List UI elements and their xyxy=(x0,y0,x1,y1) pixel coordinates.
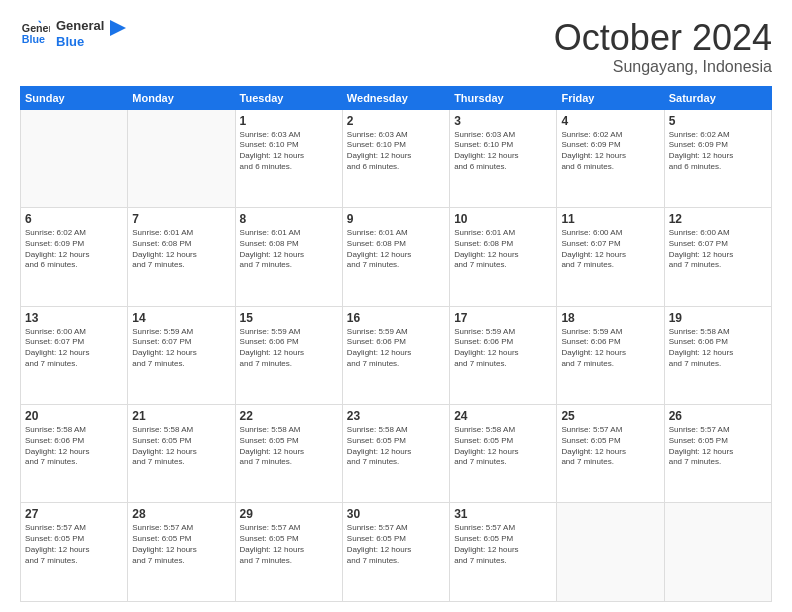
day-number: 12 xyxy=(669,212,767,226)
page: General Blue General Blue October 2024 S… xyxy=(0,0,792,612)
table-row: 31Sunrise: 5:57 AMSunset: 6:05 PMDayligh… xyxy=(450,503,557,602)
day-number: 15 xyxy=(240,311,338,325)
day-info: Sunrise: 5:59 AMSunset: 6:06 PMDaylight:… xyxy=(561,327,659,370)
day-info: Sunrise: 6:03 AMSunset: 6:10 PMDaylight:… xyxy=(240,130,338,173)
day-number: 28 xyxy=(132,507,230,521)
day-info: Sunrise: 6:00 AMSunset: 6:07 PMDaylight:… xyxy=(669,228,767,271)
table-row: 28Sunrise: 5:57 AMSunset: 6:05 PMDayligh… xyxy=(128,503,235,602)
table-row: 7Sunrise: 6:01 AMSunset: 6:08 PMDaylight… xyxy=(128,208,235,306)
calendar-week-row: 27Sunrise: 5:57 AMSunset: 6:05 PMDayligh… xyxy=(21,503,772,602)
table-row xyxy=(557,503,664,602)
day-info: Sunrise: 6:01 AMSunset: 6:08 PMDaylight:… xyxy=(240,228,338,271)
header-monday: Monday xyxy=(128,86,235,109)
table-row: 13Sunrise: 6:00 AMSunset: 6:07 PMDayligh… xyxy=(21,306,128,404)
day-number: 14 xyxy=(132,311,230,325)
day-number: 30 xyxy=(347,507,445,521)
calendar-week-row: 6Sunrise: 6:02 AMSunset: 6:09 PMDaylight… xyxy=(21,208,772,306)
table-row: 10Sunrise: 6:01 AMSunset: 6:08 PMDayligh… xyxy=(450,208,557,306)
table-row: 20Sunrise: 5:58 AMSunset: 6:06 PMDayligh… xyxy=(21,405,128,503)
header-thursday: Thursday xyxy=(450,86,557,109)
day-number: 23 xyxy=(347,409,445,423)
day-number: 1 xyxy=(240,114,338,128)
day-number: 2 xyxy=(347,114,445,128)
day-info: Sunrise: 5:58 AMSunset: 6:06 PMDaylight:… xyxy=(669,327,767,370)
svg-marker-3 xyxy=(110,20,126,36)
day-info: Sunrise: 6:02 AMSunset: 6:09 PMDaylight:… xyxy=(669,130,767,173)
day-info: Sunrise: 6:00 AMSunset: 6:07 PMDaylight:… xyxy=(25,327,123,370)
table-row xyxy=(21,109,128,207)
day-number: 18 xyxy=(561,311,659,325)
table-row: 21Sunrise: 5:58 AMSunset: 6:05 PMDayligh… xyxy=(128,405,235,503)
day-number: 17 xyxy=(454,311,552,325)
logo-line1: General xyxy=(56,18,104,34)
logo-line2: Blue xyxy=(56,34,104,50)
header: General Blue General Blue October 2024 S… xyxy=(20,18,772,76)
day-number: 11 xyxy=(561,212,659,226)
table-row: 1Sunrise: 6:03 AMSunset: 6:10 PMDaylight… xyxy=(235,109,342,207)
day-number: 4 xyxy=(561,114,659,128)
day-info: Sunrise: 5:58 AMSunset: 6:05 PMDaylight:… xyxy=(347,425,445,468)
day-info: Sunrise: 6:03 AMSunset: 6:10 PMDaylight:… xyxy=(454,130,552,173)
day-number: 24 xyxy=(454,409,552,423)
svg-text:Blue: Blue xyxy=(22,33,45,45)
day-number: 7 xyxy=(132,212,230,226)
table-row: 24Sunrise: 5:58 AMSunset: 6:05 PMDayligh… xyxy=(450,405,557,503)
day-info: Sunrise: 6:03 AMSunset: 6:10 PMDaylight:… xyxy=(347,130,445,173)
day-number: 9 xyxy=(347,212,445,226)
table-row: 8Sunrise: 6:01 AMSunset: 6:08 PMDaylight… xyxy=(235,208,342,306)
day-number: 16 xyxy=(347,311,445,325)
table-row: 19Sunrise: 5:58 AMSunset: 6:06 PMDayligh… xyxy=(664,306,771,404)
day-info: Sunrise: 5:58 AMSunset: 6:06 PMDaylight:… xyxy=(25,425,123,468)
table-row: 27Sunrise: 5:57 AMSunset: 6:05 PMDayligh… xyxy=(21,503,128,602)
table-row: 9Sunrise: 6:01 AMSunset: 6:08 PMDaylight… xyxy=(342,208,449,306)
table-row: 25Sunrise: 5:57 AMSunset: 6:05 PMDayligh… xyxy=(557,405,664,503)
day-info: Sunrise: 6:00 AMSunset: 6:07 PMDaylight:… xyxy=(561,228,659,271)
day-info: Sunrise: 5:59 AMSunset: 6:06 PMDaylight:… xyxy=(347,327,445,370)
logo-arrow-icon xyxy=(110,20,126,40)
day-info: Sunrise: 5:57 AMSunset: 6:05 PMDaylight:… xyxy=(240,523,338,566)
table-row: 17Sunrise: 5:59 AMSunset: 6:06 PMDayligh… xyxy=(450,306,557,404)
day-info: Sunrise: 6:02 AMSunset: 6:09 PMDaylight:… xyxy=(561,130,659,173)
table-row: 2Sunrise: 6:03 AMSunset: 6:10 PMDaylight… xyxy=(342,109,449,207)
month-title: October 2024 xyxy=(554,18,772,58)
day-info: Sunrise: 6:01 AMSunset: 6:08 PMDaylight:… xyxy=(132,228,230,271)
day-info: Sunrise: 5:57 AMSunset: 6:05 PMDaylight:… xyxy=(561,425,659,468)
table-row xyxy=(128,109,235,207)
day-number: 13 xyxy=(25,311,123,325)
table-row: 5Sunrise: 6:02 AMSunset: 6:09 PMDaylight… xyxy=(664,109,771,207)
calendar-week-row: 13Sunrise: 6:00 AMSunset: 6:07 PMDayligh… xyxy=(21,306,772,404)
table-row: 4Sunrise: 6:02 AMSunset: 6:09 PMDaylight… xyxy=(557,109,664,207)
table-row: 18Sunrise: 5:59 AMSunset: 6:06 PMDayligh… xyxy=(557,306,664,404)
day-info: Sunrise: 5:58 AMSunset: 6:05 PMDaylight:… xyxy=(132,425,230,468)
day-info: Sunrise: 5:59 AMSunset: 6:06 PMDaylight:… xyxy=(240,327,338,370)
day-info: Sunrise: 5:57 AMSunset: 6:05 PMDaylight:… xyxy=(132,523,230,566)
table-row: 11Sunrise: 6:00 AMSunset: 6:07 PMDayligh… xyxy=(557,208,664,306)
day-number: 27 xyxy=(25,507,123,521)
header-sunday: Sunday xyxy=(21,86,128,109)
day-number: 20 xyxy=(25,409,123,423)
day-info: Sunrise: 5:59 AMSunset: 6:07 PMDaylight:… xyxy=(132,327,230,370)
calendar-table: Sunday Monday Tuesday Wednesday Thursday… xyxy=(20,86,772,602)
day-number: 25 xyxy=(561,409,659,423)
day-number: 3 xyxy=(454,114,552,128)
day-number: 8 xyxy=(240,212,338,226)
day-info: Sunrise: 6:02 AMSunset: 6:09 PMDaylight:… xyxy=(25,228,123,271)
table-row: 30Sunrise: 5:57 AMSunset: 6:05 PMDayligh… xyxy=(342,503,449,602)
title-block: October 2024 Sungayang, Indonesia xyxy=(554,18,772,76)
table-row: 23Sunrise: 5:58 AMSunset: 6:05 PMDayligh… xyxy=(342,405,449,503)
calendar-week-row: 1Sunrise: 6:03 AMSunset: 6:10 PMDaylight… xyxy=(21,109,772,207)
table-row: 14Sunrise: 5:59 AMSunset: 6:07 PMDayligh… xyxy=(128,306,235,404)
logo: General Blue General Blue xyxy=(20,18,126,49)
day-number: 29 xyxy=(240,507,338,521)
day-number: 26 xyxy=(669,409,767,423)
header-saturday: Saturday xyxy=(664,86,771,109)
day-info: Sunrise: 5:57 AMSunset: 6:05 PMDaylight:… xyxy=(669,425,767,468)
day-info: Sunrise: 5:59 AMSunset: 6:06 PMDaylight:… xyxy=(454,327,552,370)
day-info: Sunrise: 5:57 AMSunset: 6:05 PMDaylight:… xyxy=(454,523,552,566)
table-row: 12Sunrise: 6:00 AMSunset: 6:07 PMDayligh… xyxy=(664,208,771,306)
day-number: 10 xyxy=(454,212,552,226)
day-number: 21 xyxy=(132,409,230,423)
table-row: 3Sunrise: 6:03 AMSunset: 6:10 PMDaylight… xyxy=(450,109,557,207)
day-info: Sunrise: 5:58 AMSunset: 6:05 PMDaylight:… xyxy=(240,425,338,468)
day-info: Sunrise: 5:57 AMSunset: 6:05 PMDaylight:… xyxy=(347,523,445,566)
